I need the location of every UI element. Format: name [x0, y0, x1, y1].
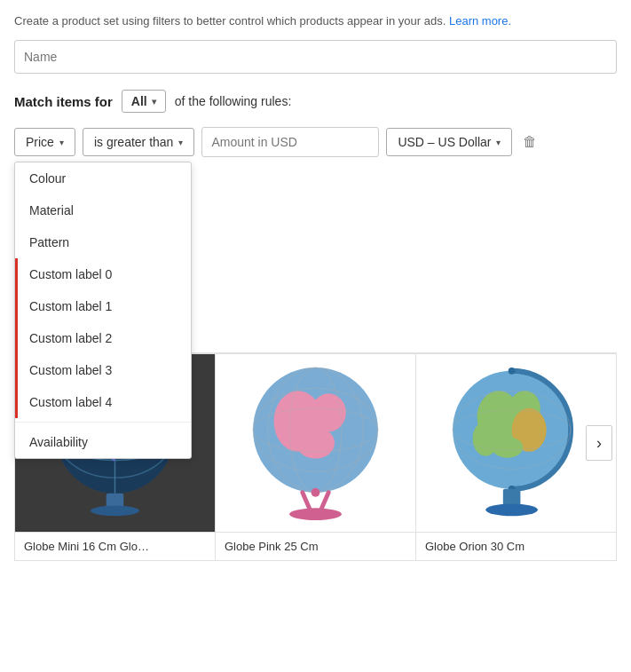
name-input-container: [14, 40, 617, 74]
product-card-1: Globe Pink 25 Cm: [215, 353, 415, 561]
dropdown-item-pattern[interactable]: Pattern: [15, 226, 191, 258]
svg-point-11: [296, 427, 335, 458]
svg-point-25: [492, 437, 523, 457]
product-name-2: Globe Orion 30 Cm: [416, 532, 616, 560]
product-name-1: Globe Pink 25 Cm: [216, 532, 415, 560]
product-image-container-2: ›: [416, 354, 616, 532]
rules-text: of the following rules:: [175, 94, 292, 108]
dropdown-item-custom-label-3[interactable]: Custom label 3: [15, 354, 191, 386]
svg-point-7: [91, 505, 139, 516]
name-input[interactable]: [14, 40, 617, 74]
currency-dropdown-button[interactable]: USD – US Dollar ▾: [386, 128, 512, 156]
delete-filter-icon[interactable]: 🗑: [519, 130, 540, 154]
svg-point-18: [289, 508, 342, 520]
dropdown-divider: [15, 422, 191, 423]
dropdown-item-custom-label-1[interactable]: Custom label 1: [15, 290, 191, 322]
currency-chevron-icon: ▾: [496, 138, 501, 147]
currency-label: USD – US Dollar: [398, 135, 491, 149]
dropdown-item-custom-label-4[interactable]: Custom label 4: [15, 386, 191, 418]
dropdown-item-custom-label-2[interactable]: Custom label 2: [15, 322, 191, 354]
condition-chevron-icon: ▾: [178, 138, 183, 147]
filter-section: Price ▾ Colour Material Pattern Custom: [14, 127, 617, 157]
description-text: Create a product set using filters to be…: [14, 14, 446, 28]
product-image-container-1: [216, 354, 415, 532]
dropdown-item-availability[interactable]: Availability: [15, 426, 191, 458]
price-dropdown-button[interactable]: Price ▾: [14, 128, 75, 156]
product-name-0: Globe Mini 16 Cm Glo…: [15, 532, 215, 560]
dropdown-item-custom-label-0[interactable]: Custom label 0: [15, 258, 191, 290]
condition-label: is greater than: [94, 135, 174, 149]
amount-input[interactable]: [201, 127, 379, 157]
all-dropdown-button[interactable]: All ▾: [122, 90, 166, 113]
filter-row: Price ▾ Colour Material Pattern Custom: [14, 127, 617, 157]
nav-arrow-icon: ›: [596, 434, 602, 453]
match-items-row: Match items for All ▾ of the following r…: [14, 90, 617, 113]
svg-point-31: [485, 503, 538, 516]
dropdown-item-material[interactable]: Material: [15, 194, 191, 226]
price-dropdown-container: Price ▾ Colour Material Pattern Custom: [14, 128, 75, 156]
price-chevron-icon: ▾: [59, 138, 64, 147]
match-items-label: Match items for: [14, 94, 113, 109]
condition-dropdown-button[interactable]: is greater than ▾: [83, 128, 195, 156]
learn-more-link[interactable]: Learn more.: [449, 14, 511, 28]
globe-svg-1: [216, 354, 415, 532]
price-dropdown-menu: Colour Material Pattern Custom label 0 C…: [14, 162, 192, 459]
page-description: Create a product set using filters to be…: [14, 14, 617, 28]
dropdown-item-colour[interactable]: Colour: [15, 162, 191, 194]
page-container: Create a product set using filters to be…: [0, 0, 631, 575]
products-next-arrow[interactable]: ›: [586, 425, 612, 461]
product-card-2: › Globe Orion 30 Cm: [415, 353, 617, 561]
all-dropdown-value: All: [131, 94, 147, 108]
price-label: Price: [26, 135, 54, 149]
svg-point-26: [509, 368, 516, 375]
all-dropdown-chevron-icon: ▾: [152, 97, 156, 107]
svg-point-19: [312, 488, 320, 497]
